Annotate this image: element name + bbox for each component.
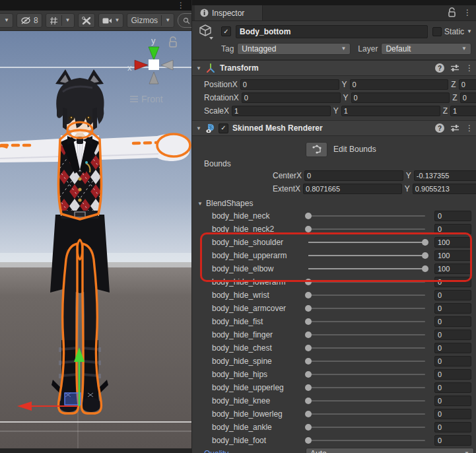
blendshape-slider[interactable] xyxy=(306,302,428,315)
camera-view-button[interactable]: ▼ xyxy=(98,13,124,28)
blendshape-value-field[interactable] xyxy=(434,382,471,393)
renderer-enabled-checkbox[interactable]: ✓ xyxy=(219,123,228,133)
view-front-label[interactable]: Front xyxy=(141,94,163,104)
blendshape-value-field[interactable] xyxy=(434,250,471,261)
axis-y-field[interactable] xyxy=(414,170,476,181)
scene-view[interactable]: ⋮ ▼ 8 ▼ xyxy=(0,0,191,453)
tools-button[interactable] xyxy=(78,13,95,28)
slider-thumb[interactable] xyxy=(305,358,312,365)
blendshape-slider[interactable] xyxy=(306,434,428,447)
blendshape-slider[interactable] xyxy=(306,394,428,407)
slider-thumb[interactable] xyxy=(305,305,312,312)
grid-settings-button[interactable]: ▼ xyxy=(46,13,75,28)
blendshape-value-field[interactable] xyxy=(434,237,471,248)
axis-y-field[interactable] xyxy=(350,79,449,90)
slider-thumb[interactable] xyxy=(305,411,312,417)
blendshape-value-field[interactable] xyxy=(434,409,471,419)
blendshape-value-field[interactable] xyxy=(434,356,471,366)
blendshape-slider[interactable] xyxy=(306,315,428,328)
quality-dropdown[interactable]: Auto ▼ xyxy=(306,448,474,453)
blendshapes-foldout[interactable]: ▼ BlendShapes xyxy=(192,197,476,209)
tab-inspector[interactable]: Inspector xyxy=(195,5,263,20)
blendshape-slider[interactable] xyxy=(306,209,428,223)
blendshape-slider[interactable] xyxy=(306,262,428,275)
help-icon[interactable]: ? xyxy=(435,123,444,133)
blendshape-slider[interactable] xyxy=(306,249,428,262)
blendshape-value-field[interactable] xyxy=(434,224,471,234)
component-kebab-icon[interactable]: ⋮ xyxy=(465,63,473,73)
gameobject-name-field[interactable] xyxy=(236,25,428,38)
slider-thumb[interactable] xyxy=(305,331,312,338)
axis-y-field[interactable] xyxy=(341,106,440,116)
blendshape-slider[interactable] xyxy=(306,328,428,341)
blendshape-value-field[interactable] xyxy=(434,290,471,300)
foldout-arrow-icon[interactable]: ▼ xyxy=(195,65,203,71)
axis-x-field[interactable] xyxy=(240,79,339,90)
scene-viewport[interactable]: y x Front xyxy=(0,31,191,448)
blendshape-slider[interactable] xyxy=(306,368,428,381)
blendshape-value-field[interactable] xyxy=(434,396,471,406)
blendshape-value-field[interactable] xyxy=(434,369,471,380)
axis-x-field[interactable] xyxy=(304,170,403,181)
foldout-arrow-icon[interactable]: ▼ xyxy=(196,201,204,207)
blendshape-slider[interactable] xyxy=(306,236,428,249)
blendshape-value-field[interactable] xyxy=(434,263,471,274)
gizmo-center-cube[interactable] xyxy=(149,59,159,70)
transform-header[interactable]: ▼ Transform ? ⋮ xyxy=(192,60,476,76)
blendshape-slider[interactable] xyxy=(306,407,428,421)
blendshape-slider[interactable] xyxy=(306,355,428,368)
blendshape-value-field[interactable] xyxy=(434,303,471,314)
slider-thumb[interactable] xyxy=(305,437,312,444)
slider-thumb[interactable] xyxy=(305,371,312,378)
slider-thumb[interactable] xyxy=(305,279,312,285)
blendshape-slider[interactable] xyxy=(306,275,428,289)
unlock-icon[interactable] xyxy=(448,7,456,17)
blendshape-value-field[interactable] xyxy=(434,211,471,221)
slider-thumb[interactable] xyxy=(305,318,312,325)
slider-thumb[interactable] xyxy=(305,226,312,232)
slider-thumb[interactable] xyxy=(305,424,312,431)
axis-z-field[interactable] xyxy=(450,106,476,116)
axis-z-field[interactable] xyxy=(460,92,476,103)
blendshape-slider[interactable] xyxy=(306,421,428,434)
inspector-kebab-icon[interactable]: ⋮ xyxy=(463,8,471,17)
axis-x-field[interactable] xyxy=(303,184,402,194)
tag-dropdown[interactable]: Untagged ▼ xyxy=(237,43,351,55)
axis-x-field[interactable] xyxy=(242,92,341,103)
blendshape-value-field[interactable] xyxy=(434,422,471,433)
gameobject-active-checkbox[interactable]: ✓ xyxy=(221,26,231,36)
slider-thumb[interactable] xyxy=(422,265,428,272)
slider-thumb[interactable] xyxy=(305,384,312,391)
blendshape-value-field[interactable] xyxy=(434,316,471,327)
axis-y-field[interactable] xyxy=(351,92,450,103)
edit-bounds-button[interactable] xyxy=(306,142,327,157)
blendshape-value-field[interactable] xyxy=(434,277,471,287)
blendshape-value-field[interactable] xyxy=(434,435,471,446)
static-checkbox[interactable] xyxy=(432,27,442,36)
foldout-arrow-icon[interactable]: ▼ xyxy=(195,125,203,131)
component-kebab-icon[interactable]: ⋮ xyxy=(465,123,473,133)
axis-y-field[interactable] xyxy=(413,184,476,194)
blendshape-value-field[interactable] xyxy=(434,343,471,353)
slider-thumb[interactable] xyxy=(305,292,312,298)
draw-mode-button[interactable]: ▼ xyxy=(0,13,13,28)
chevron-down-icon[interactable]: ▼ xyxy=(467,29,472,34)
blendshape-value-field[interactable] xyxy=(434,330,471,340)
gameobject-cube-icon[interactable] xyxy=(198,23,215,40)
scene-visibility-button[interactable]: 8 xyxy=(17,13,42,28)
move-gizmo-plane-handle[interactable] xyxy=(65,393,81,405)
presets-icon[interactable] xyxy=(450,124,459,132)
slider-thumb[interactable] xyxy=(305,213,312,219)
axis-z-field[interactable] xyxy=(459,79,476,90)
blendshape-slider[interactable] xyxy=(306,289,428,302)
slider-thumb[interactable] xyxy=(305,345,312,351)
scene-menu-kebab-icon[interactable]: ⋮ xyxy=(177,1,185,10)
slider-thumb[interactable] xyxy=(422,239,428,246)
gizmos-button[interactable]: Gizmos ▼ xyxy=(127,13,174,28)
slider-thumb[interactable] xyxy=(305,398,312,404)
axis-x-field[interactable] xyxy=(232,106,331,116)
presets-icon[interactable] xyxy=(450,64,459,72)
skinned-mesh-renderer-header[interactable]: ▼ ✓ Skinned Mesh Renderer ? ⋮ xyxy=(192,120,476,136)
blendshape-slider[interactable] xyxy=(306,341,428,355)
blendshape-slider[interactable] xyxy=(306,223,428,236)
